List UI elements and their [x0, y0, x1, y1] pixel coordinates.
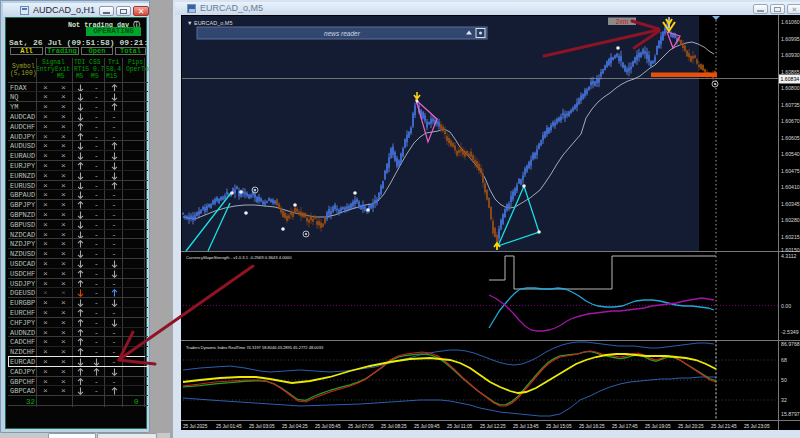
svg-text:25 Jul 03:05: 25 Jul 03:05 [249, 424, 275, 429]
svg-text:1.60834: 1.60834 [781, 76, 800, 82]
svg-text:25 Jul 21:45: 25 Jul 21:45 [711, 424, 737, 429]
svg-text:1.60865: 1.60865 [781, 69, 800, 75]
svg-text:25 Jul 11:05: 25 Jul 11:05 [447, 424, 473, 429]
svg-text:1.60280: 1.60280 [781, 217, 800, 223]
svg-text:1.60930: 1.60930 [781, 52, 800, 58]
svg-text:1.60540: 1.60540 [781, 151, 800, 157]
svg-text:25 Jul 20:25: 25 Jul 20:25 [678, 424, 704, 429]
svg-text:25 Jul 07:05: 25 Jul 07:05 [348, 424, 374, 429]
svg-text:68: 68 [781, 357, 787, 363]
svg-text:1.60800: 1.60800 [781, 85, 800, 91]
svg-text:25 Jul 09:45: 25 Jul 09:45 [414, 424, 440, 429]
svg-text:news reader: news reader [324, 30, 361, 37]
svg-text:▼ EURCAD_o,M5: ▼ EURCAD_o,M5 [187, 20, 232, 26]
svg-text:1.60995: 1.60995 [781, 36, 800, 42]
svg-text:86.9768: 86.9768 [781, 341, 800, 347]
svg-text:-2.5349: -2.5349 [781, 329, 799, 335]
svg-text:1.60150: 1.60150 [781, 247, 800, 253]
svg-text:0.00: 0.00 [781, 303, 791, 309]
svg-text:25 Jul 15:05: 25 Jul 15:05 [546, 424, 572, 429]
svg-text:1.60410: 1.60410 [781, 184, 800, 190]
svg-text:25 Jul 08:25: 25 Jul 08:25 [381, 424, 407, 429]
svg-text:32: 32 [781, 397, 787, 403]
svg-text:15.8797: 15.8797 [781, 411, 800, 417]
svg-text:25 Jul 05:45: 25 Jul 05:45 [315, 424, 341, 429]
svg-text:1.61060: 1.61060 [781, 19, 800, 25]
svg-text:1.60475: 1.60475 [781, 168, 800, 174]
svg-text:4.3112: 4.3112 [781, 253, 797, 259]
svg-text:CurrencySlopeStrength - v1.0.3: CurrencySlopeStrength - v1.0.3.1 -0.2569… [186, 255, 292, 260]
svg-text:25 Jul 13:45: 25 Jul 13:45 [513, 424, 539, 429]
svg-text:1.60670: 1.60670 [781, 118, 800, 124]
svg-text:1.60345: 1.60345 [781, 201, 800, 207]
svg-text:25 Jul 2025: 25 Jul 2025 [183, 424, 208, 429]
svg-text:1.60605: 1.60605 [781, 135, 800, 141]
svg-text:50: 50 [781, 377, 787, 383]
svg-text:25 Jul 16:25: 25 Jul 16:25 [579, 424, 605, 429]
svg-text:1.60215: 1.60215 [781, 234, 800, 240]
svg-text:2xm: 2xm [616, 18, 628, 25]
svg-text:1.60735: 1.60735 [781, 102, 800, 108]
svg-text:25 Jul 12:25: 25 Jul 12:25 [480, 424, 506, 429]
svg-text:25 Jul 01:45: 25 Jul 01:45 [216, 424, 242, 429]
svg-text:25 Jul 23:05: 25 Jul 23:05 [744, 424, 770, 429]
svg-text:25 Jul 04:25: 25 Jul 04:25 [282, 424, 308, 429]
svg-text:Traders Dynamic Index RealTime: Traders Dynamic Index RealTime 74.3197 5… [186, 345, 324, 350]
svg-text:25 Jul 19:05: 25 Jul 19:05 [645, 424, 671, 429]
svg-text:25 Jul 17:45: 25 Jul 17:45 [612, 424, 638, 429]
